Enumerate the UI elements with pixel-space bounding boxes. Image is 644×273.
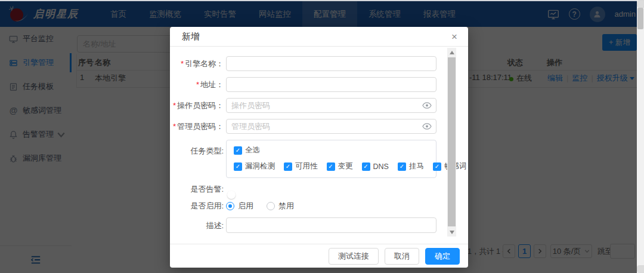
checkbox-checked-icon: ✓ bbox=[234, 162, 242, 171]
form-row-alert: 是否告警: 否 bbox=[170, 184, 468, 195]
task-type-group: ✓ 全选 ✓漏洞检测 ✓可用性 ✓变更 ✓DNS ✓挂马 ✓敏感词 bbox=[226, 140, 436, 178]
required-mark: * bbox=[173, 101, 176, 110]
ok-button[interactable]: 确定 bbox=[425, 248, 460, 265]
operator-password-label: 操作员密码： bbox=[177, 101, 224, 110]
checkbox-checked-icon: ✓ bbox=[234, 146, 242, 155]
engine-name-label: 引擎名称： bbox=[185, 59, 224, 68]
required-mark: * bbox=[196, 80, 199, 89]
description-textarea[interactable] bbox=[226, 217, 436, 233]
cancel-button[interactable]: 取消 bbox=[385, 248, 419, 265]
field-label: *地址： bbox=[170, 79, 224, 90]
scroll-up-arrow[interactable] bbox=[637, 0, 644, 8]
modal-footer: 测试连接 取消 确定 bbox=[170, 244, 468, 268]
required-mark: * bbox=[181, 59, 184, 68]
required-mark: * bbox=[173, 122, 176, 131]
admin-password-input[interactable] bbox=[226, 119, 436, 134]
radio-label: 禁用 bbox=[278, 201, 294, 211]
checkbox-label: 全选 bbox=[245, 145, 260, 155]
form-row-task-type: 任务类型: ✓ 全选 ✓漏洞检测 ✓可用性 ✓变更 ✓DNS ✓挂马 bbox=[170, 140, 468, 178]
switch-knob bbox=[227, 191, 236, 199]
switch-off-text: 否 bbox=[216, 191, 222, 200]
scroll-up-arrow[interactable] bbox=[447, 48, 456, 57]
checkbox-label: 漏洞检测 bbox=[245, 161, 275, 171]
checkbox-checked-icon: ✓ bbox=[327, 162, 335, 171]
checkbox-label: 变更 bbox=[338, 161, 353, 171]
close-icon[interactable]: × bbox=[451, 32, 457, 42]
engine-name-input[interactable] bbox=[226, 56, 436, 71]
task-type-label: 任务类型: bbox=[170, 146, 224, 157]
admin-password-label: 管理员密码： bbox=[177, 122, 224, 131]
checkbox-vuln-scan[interactable]: ✓漏洞检测 bbox=[234, 161, 275, 171]
scrollbar-thumb[interactable] bbox=[448, 57, 456, 226]
eye-icon[interactable] bbox=[422, 122, 432, 131]
operator-password-input[interactable] bbox=[226, 98, 436, 113]
address-input[interactable] bbox=[226, 77, 436, 92]
add-engine-modal: 新增 × *引擎名称： *地址： *操作员密码： *管理员密码： bbox=[170, 27, 468, 268]
test-connection-button[interactable]: 测试连接 bbox=[329, 248, 379, 265]
checkbox-checked-icon: ✓ bbox=[362, 162, 370, 171]
form-row-description: 描述: bbox=[170, 217, 468, 235]
radio-enable[interactable]: 启用 bbox=[226, 201, 253, 211]
checkbox-trojan[interactable]: ✓挂马 bbox=[398, 161, 424, 171]
app-root: 启明星辰 首页 监测概览 实时告警 网站监控 配置管理 系统管理 报表管理 ad… bbox=[0, 0, 644, 273]
checkbox-checked-icon: ✓ bbox=[433, 162, 441, 171]
checkbox-checked-icon: ✓ bbox=[398, 162, 406, 171]
radio-disable[interactable]: 禁用 bbox=[267, 201, 294, 211]
checkbox-label: DNS bbox=[373, 162, 389, 171]
radio-unselected-icon bbox=[267, 202, 275, 210]
form-row-admin-password: *管理员密码： bbox=[170, 119, 468, 134]
window-top-edge bbox=[0, 0, 644, 1]
checkbox-select-all[interactable]: ✓ 全选 bbox=[234, 145, 429, 155]
scroll-down-arrow[interactable] bbox=[637, 265, 644, 273]
browser-scrollbar[interactable] bbox=[637, 0, 644, 273]
address-label: 地址： bbox=[200, 80, 224, 89]
radio-label: 启用 bbox=[238, 201, 253, 211]
field-label: *引擎名称： bbox=[170, 59, 224, 69]
description-label: 描述: bbox=[170, 220, 224, 231]
modal-header: 新增 × bbox=[170, 27, 468, 47]
checkbox-label: 可用性 bbox=[295, 161, 318, 171]
form-row-operator-password: *操作员密码： bbox=[170, 98, 468, 113]
radio-selected-icon bbox=[226, 202, 234, 210]
scrollbar-thumb[interactable] bbox=[637, 8, 643, 29]
checkbox-change[interactable]: ✓变更 bbox=[327, 161, 353, 171]
eye-icon[interactable] bbox=[422, 101, 432, 110]
form-row-enabled: 是否启用: 启用 禁用 bbox=[170, 201, 468, 211]
modal-title: 新增 bbox=[182, 31, 200, 42]
modal-scrollbar[interactable] bbox=[447, 48, 456, 237]
scroll-down-arrow[interactable] bbox=[447, 228, 456, 237]
form-row-engine-name: *引擎名称： bbox=[170, 56, 468, 71]
form-row-address: *地址： bbox=[170, 77, 468, 92]
checkbox-checked-icon: ✓ bbox=[284, 162, 292, 171]
modal-body: *引擎名称： *地址： *操作员密码： *管理员密码： bbox=[170, 47, 468, 243]
field-label: *操作员密码： bbox=[170, 100, 224, 111]
field-label: *管理员密码： bbox=[170, 121, 224, 132]
checkbox-label: 挂马 bbox=[409, 161, 424, 171]
checkbox-availability[interactable]: ✓可用性 bbox=[284, 161, 318, 171]
checkbox-dns[interactable]: ✓DNS bbox=[362, 162, 389, 171]
task-type-options: ✓漏洞检测 ✓可用性 ✓变更 ✓DNS ✓挂马 ✓敏感词 bbox=[234, 161, 429, 171]
enabled-label: 是否启用: bbox=[170, 201, 224, 211]
